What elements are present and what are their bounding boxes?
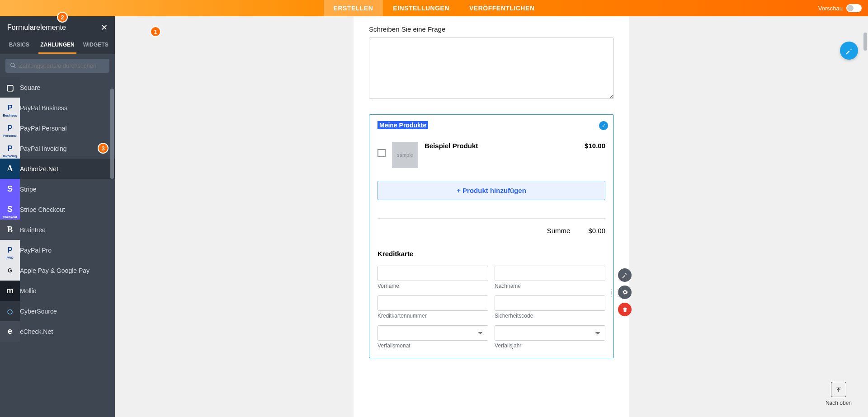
echeck-icon: e xyxy=(0,321,20,342)
question-label: Schreiben Sie eine Frage xyxy=(369,25,614,33)
last-name-input[interactable] xyxy=(495,266,605,281)
gateway-item-stripe-checkout[interactable]: SCheckoutStripe Checkout xyxy=(0,199,115,220)
gateway-item-label: PayPal Pro xyxy=(20,247,52,254)
cvv-label: Sicherheitscode xyxy=(495,313,605,319)
paypal-icon: PPRO xyxy=(0,240,20,260)
gateway-item-braintree[interactable]: BBraintree xyxy=(0,220,115,240)
annotation-badge-2: 2 xyxy=(57,12,68,23)
gateway-item-label: Braintree xyxy=(20,226,46,234)
sidebar-tab-widgets[interactable]: WIDGETS xyxy=(76,37,115,54)
gateway-item-label: Square xyxy=(20,84,40,91)
gateway-item-label: eCheck.Net xyxy=(20,328,53,335)
question-textarea[interactable] xyxy=(369,37,614,99)
product-thumbnail: sample xyxy=(392,142,418,168)
drag-handle-icon[interactable]: ⋮⋮⋮⋮ xyxy=(609,290,622,295)
exp-month-select[interactable] xyxy=(377,325,488,341)
gateway-item-label: Stripe xyxy=(20,186,37,193)
gateway-item-mollie[interactable]: mMollie xyxy=(0,281,115,301)
gateway-item-label: Mollie xyxy=(20,287,37,295)
paypal-icon: PPersonal xyxy=(0,118,20,138)
check-icon[interactable]: ✓ xyxy=(599,121,608,130)
gateway-item-label: CyberSource xyxy=(20,308,57,315)
authnet-icon: A xyxy=(0,159,20,179)
gateway-item-label: PayPal Business xyxy=(20,104,67,112)
exp-year-select[interactable] xyxy=(495,325,605,341)
first-name-input[interactable] xyxy=(377,266,488,281)
gateway-item-apple-pay-google-pay[interactable]: GApple Pay & Google Pay xyxy=(0,260,115,281)
cc-number-input[interactable] xyxy=(377,295,488,311)
back-to-top-label: Nach oben xyxy=(826,400,852,406)
back-to-top[interactable]: Nach oben xyxy=(826,382,852,406)
sidebar-title: Formularelemente xyxy=(7,23,66,32)
square-icon: ▢ xyxy=(0,77,20,98)
last-name-label: Nachname xyxy=(495,283,605,289)
product-row: sample Beispiel Produkt $10.00 xyxy=(377,142,605,168)
gateway-list: ▢SquarePBusinessPayPal BusinessPPersonal… xyxy=(0,77,115,417)
product-price: $10.00 xyxy=(585,142,605,150)
svg-line-1 xyxy=(14,66,16,68)
stripe-co-icon: SCheckout xyxy=(0,199,20,220)
tab-einstellungen[interactable]: EINSTELLUNGEN xyxy=(383,0,459,16)
gateway-item-paypal-business[interactable]: PBusinessPayPal Business xyxy=(0,98,115,118)
gateway-item-stripe[interactable]: SStripe xyxy=(0,179,115,199)
first-name-label: Vorname xyxy=(377,283,488,289)
cyber-icon: ◌ xyxy=(0,301,20,321)
form-paper: Schreiben Sie eine Frage Meine Produkte … xyxy=(354,16,629,417)
sidebar-scrollbar[interactable] xyxy=(108,89,115,417)
close-icon[interactable]: ✕ xyxy=(101,23,108,33)
magic-wand-icon[interactable] xyxy=(618,268,632,282)
exp-month-label: Verfallsmonat xyxy=(377,342,488,349)
gateway-search-input[interactable] xyxy=(5,59,109,73)
svg-point-0 xyxy=(11,63,14,67)
stripe-icon: S xyxy=(0,179,20,199)
elements-sidebar: Formularelemente ✕ BASICS ZAHLUNGEN WIDG… xyxy=(0,16,115,417)
cc-number-label: Kreditkartennummer xyxy=(377,313,488,319)
sidebar-tab-basics[interactable]: BASICS xyxy=(0,37,38,54)
annotation-badge-3: 3 xyxy=(98,143,108,154)
gateway-item-label: Authorize.Net xyxy=(20,165,58,173)
gateway-item-label: PayPal Invoicing xyxy=(20,145,67,152)
gateway-item-label: PayPal Personal xyxy=(20,125,67,132)
form-canvas: Schreiben Sie eine Frage Meine Produkte … xyxy=(115,16,868,417)
gateway-item-authorize-net[interactable]: AAuthorize.Net xyxy=(0,159,115,179)
product-checkbox[interactable] xyxy=(377,149,386,157)
page-scrollbar[interactable] xyxy=(863,33,867,51)
paypal-icon: PInvoicing xyxy=(0,138,20,159)
annotation-badge-1: 1 xyxy=(150,26,161,37)
braintree-icon: B xyxy=(0,220,20,240)
gateway-item-square[interactable]: ▢Square xyxy=(0,77,115,98)
tab-veroeffentlichen[interactable]: VERÖFFENTLICHEN xyxy=(459,0,544,16)
sum-label: Summe xyxy=(547,227,571,234)
cvv-input[interactable] xyxy=(495,295,605,311)
preview-toggle[interactable] xyxy=(846,4,862,12)
top-nav-tabs: ERSTELLEN EINSTELLUNGEN VERÖFFENTLICHEN xyxy=(324,0,545,16)
gateway-item-echeck-net[interactable]: eeCheck.Net xyxy=(0,321,115,342)
gateway-item-paypal-pro[interactable]: PPROPayPal Pro xyxy=(0,240,115,260)
paypal-icon: PBusiness xyxy=(0,98,20,118)
exp-year-label: Verfallsjahr xyxy=(495,342,605,349)
trash-icon[interactable] xyxy=(618,303,632,316)
top-nav: ERSTELLEN EINSTELLUNGEN VERÖFFENTLICHEN … xyxy=(0,0,868,16)
product-name: Beispiel Produkt xyxy=(425,142,578,150)
edit-float-button[interactable] xyxy=(840,42,858,60)
preview-label: Vorschau xyxy=(818,5,843,12)
sidebar-tab-zahlungen[interactable]: ZAHLUNGEN xyxy=(38,37,77,54)
mollie-icon: m xyxy=(0,281,20,301)
gateway-item-label: Apple Pay & Google Pay xyxy=(20,267,90,274)
payment-block[interactable]: Meine Produkte ✓ sample Beispiel Produkt… xyxy=(369,114,614,358)
add-product-button[interactable]: + Produkt hinzufügen xyxy=(377,181,605,200)
credit-card-heading: Kreditkarte xyxy=(377,250,605,258)
block-title[interactable]: Meine Produkte xyxy=(377,121,428,129)
apg-icon: G xyxy=(0,260,20,281)
search-icon xyxy=(10,62,16,70)
gateway-item-paypal-personal[interactable]: PPersonalPayPal Personal xyxy=(0,118,115,138)
tab-erstellen[interactable]: ERSTELLEN xyxy=(324,0,383,16)
gateway-item-cybersource[interactable]: ◌CyberSource xyxy=(0,301,115,321)
sum-value: $0.00 xyxy=(588,227,605,234)
gateway-item-label: Stripe Checkout xyxy=(20,206,65,213)
